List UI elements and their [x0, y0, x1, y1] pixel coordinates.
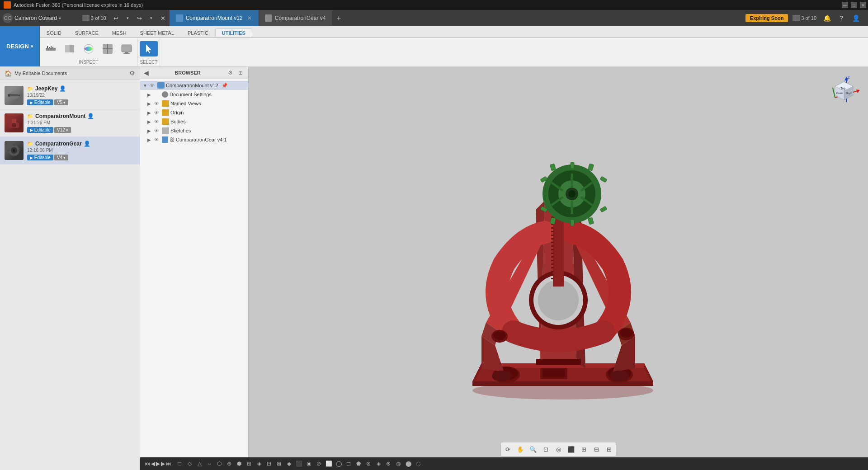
- minimize-button[interactable]: —: [842, 2, 848, 8]
- units-button[interactable]: ⊟: [590, 443, 602, 455]
- playback-start[interactable]: ⏮: [145, 461, 150, 467]
- close-file-button[interactable]: ✕: [158, 13, 169, 24]
- playback-next[interactable]: ▶: [161, 461, 165, 467]
- look-at[interactable]: ◎: [552, 443, 564, 455]
- tree-root-eye[interactable]: 👁: [150, 83, 156, 88]
- status-icon-2[interactable]: ◇: [185, 459, 194, 468]
- expiring-soon-button[interactable]: Expiring Soon: [745, 14, 788, 22]
- status-icon-15[interactable]: ⊘: [314, 459, 323, 468]
- playback-prev[interactable]: ◀: [151, 461, 155, 467]
- measure-button[interactable]: [42, 41, 60, 56]
- status-icon-17[interactable]: ◯: [334, 459, 343, 468]
- ribbon-tab-mesh[interactable]: MESH: [105, 28, 133, 37]
- interference-button[interactable]: [61, 41, 79, 56]
- maximize-button[interactable]: □: [851, 2, 857, 8]
- orbit-button[interactable]: ⟳: [502, 443, 514, 455]
- ribbon-tab-surface[interactable]: SURFACE: [68, 28, 105, 37]
- close-button[interactable]: ✕: [860, 2, 866, 8]
- redo-button[interactable]: ↪: [134, 13, 145, 24]
- browser-collapse-button[interactable]: ◀: [144, 69, 149, 76]
- playback-end[interactable]: ⏭: [166, 461, 171, 467]
- undo-button[interactable]: ↩: [111, 13, 122, 24]
- undo-dropdown[interactable]: ▾: [123, 13, 133, 24]
- tree-named-views-eye[interactable]: 👁: [154, 101, 160, 106]
- status-icon-19[interactable]: ⬟: [354, 459, 363, 468]
- tree-bodies-eye[interactable]: 👁: [154, 119, 160, 124]
- tree-origin-eye[interactable]: 👁: [154, 110, 160, 115]
- tree-root-pin[interactable]: 📌: [222, 83, 228, 89]
- pan-button[interactable]: ✋: [514, 443, 526, 455]
- add-tab-button[interactable]: ＋: [332, 10, 345, 26]
- status-icon-11[interactable]: ⊠: [274, 459, 283, 468]
- status-icon-7[interactable]: ⬢: [235, 459, 244, 468]
- version-tag-gear[interactable]: V4 ▾: [54, 155, 68, 160]
- tree-named-views[interactable]: ▶ 👁 Named Views: [140, 99, 248, 108]
- notification-button[interactable]: 🔔: [821, 12, 833, 24]
- settings-button[interactable]: ⚙: [129, 70, 135, 77]
- profile-button[interactable]: 👤: [850, 12, 862, 24]
- home-button[interactable]: 🏠: [5, 70, 12, 77]
- more-button[interactable]: ⊞: [603, 443, 615, 455]
- status-icon-24[interactable]: ⬤: [404, 459, 413, 468]
- left-panel-header: 🏠 My Editable Documents ⚙: [0, 67, 140, 80]
- status-icon-21[interactable]: ◈: [374, 459, 383, 468]
- tree-origin[interactable]: ▶ 👁 Origin: [140, 108, 248, 117]
- display-button[interactable]: [118, 41, 136, 56]
- status-icon-8[interactable]: ⊞: [245, 459, 254, 468]
- status-icon-14[interactable]: ◉: [304, 459, 313, 468]
- browser-expand-button[interactable]: ⊞: [236, 69, 245, 77]
- design-button[interactable]: DESIGN ▾: [0, 26, 40, 66]
- status-icon-20[interactable]: ⊗: [364, 459, 373, 468]
- ribbon-tab-utilities[interactable]: UTILITIES: [215, 28, 252, 37]
- version-tag-mount[interactable]: V12 ▾: [54, 127, 71, 133]
- doc-item-comparatronmount[interactable]: 📁 ComparatronMount 👤 1:31:26 PM ▶ Editab…: [0, 109, 140, 137]
- display-mode-button[interactable]: ⬛: [565, 443, 577, 455]
- ribbon-tab-solid[interactable]: SOLID: [40, 28, 68, 37]
- tree-bodies[interactable]: ▶ 👁 Bodies: [140, 117, 248, 126]
- tab-comparatronmount[interactable]: ComparatronMount v12 ✕: [170, 10, 259, 26]
- draft-button[interactable]: [99, 41, 117, 56]
- user-section[interactable]: CC Cameron Coward ▾: [3, 13, 80, 23]
- zoom-to-fit[interactable]: ⊡: [540, 443, 552, 455]
- status-icon-25[interactable]: ◌: [414, 459, 423, 468]
- zoom-button[interactable]: 🔍: [527, 443, 539, 455]
- playback-play[interactable]: ▶: [156, 461, 160, 467]
- status-icon-6[interactable]: ⊕: [225, 459, 234, 468]
- version-tag-jeepkey[interactable]: V5 ▾: [54, 99, 68, 105]
- browser-settings-button[interactable]: ⚙: [226, 69, 235, 77]
- status-icon-18[interactable]: ◻: [344, 459, 353, 468]
- status-icon-4[interactable]: ○: [205, 459, 214, 468]
- curvature-button[interactable]: [80, 41, 98, 56]
- status-icon-1[interactable]: □: [175, 459, 184, 468]
- status-icon-23[interactable]: ◍: [394, 459, 403, 468]
- editable-tag-gear[interactable]: ▶ Editable: [27, 155, 53, 160]
- tree-root[interactable]: ▼ 👁 ComparatronMount v12 📌: [140, 81, 248, 90]
- tree-gear-ref[interactable]: ▶ 👁 ⛓ ComparatronGear v4:1: [140, 135, 248, 144]
- status-icon-12[interactable]: ◆: [284, 459, 293, 468]
- status-icon-5[interactable]: ⬡: [215, 459, 224, 468]
- tree-gear-ref-eye[interactable]: 👁: [154, 137, 160, 142]
- redo-dropdown[interactable]: ▾: [146, 13, 157, 24]
- doc-folder-icon-mount: 📁: [27, 113, 33, 119]
- tree-sketches-eye[interactable]: 👁: [154, 128, 160, 133]
- editable-tag-mount[interactable]: ▶ Editable: [27, 127, 53, 133]
- editable-tag-jeepkey[interactable]: ▶ Editable: [27, 99, 53, 105]
- status-icon-16[interactable]: ⬜: [324, 459, 333, 468]
- status-icon-22[interactable]: ⊛: [384, 459, 393, 468]
- ribbon-tab-plastic[interactable]: PLASTIC: [181, 28, 215, 37]
- select-button[interactable]: [140, 41, 158, 56]
- grid-button[interactable]: ⊞: [578, 443, 590, 455]
- tree-sketches[interactable]: ▶ 👁 Sketches: [140, 126, 248, 135]
- status-icon-10[interactable]: ⊟: [264, 459, 274, 468]
- tab-comparatronmount-close[interactable]: ✕: [247, 15, 252, 21]
- view-cube[interactable]: Z Top Front: [828, 70, 864, 107]
- tab-comparatrongear[interactable]: ComparatronGear v4: [259, 10, 333, 26]
- status-icon-13[interactable]: ⬛: [294, 459, 303, 468]
- status-icon-9[interactable]: ◈: [255, 459, 264, 468]
- tree-doc-settings[interactable]: ▶ Document Settings: [140, 90, 248, 99]
- doc-item-comparatrongear[interactable]: 📁 ComparatronGear 👤 12:16:06 PM ▶ Editab…: [0, 137, 140, 164]
- ribbon-tab-sheetmetal[interactable]: SHEET METAL: [133, 28, 181, 37]
- doc-item-jeepkey[interactable]: 📁 JeepKey 👤 10/19/22 ▶ Editable V5 ▾: [0, 82, 140, 109]
- help-button[interactable]: ?: [835, 12, 847, 24]
- status-icon-3[interactable]: △: [195, 459, 204, 468]
